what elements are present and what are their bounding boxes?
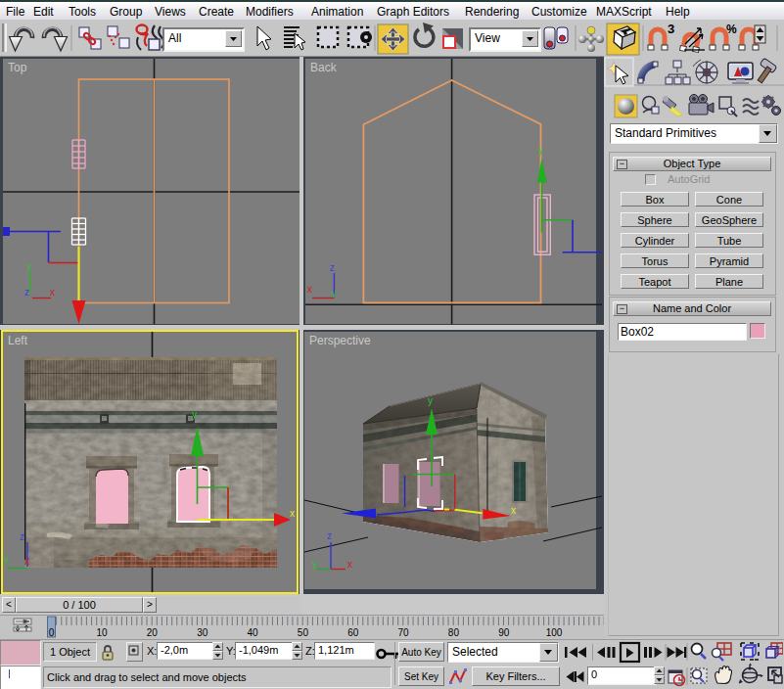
- svg-text:x: x: [290, 508, 295, 519]
- svg-text:y: y: [26, 261, 31, 272]
- svg-text:y: y: [331, 288, 336, 299]
- svg-text:40: 40: [247, 627, 258, 638]
- svg-text:z: z: [24, 287, 29, 298]
- svg-text:z: z: [330, 262, 335, 273]
- svg-text:20: 20: [147, 627, 159, 638]
- svg-text:%: %: [726, 23, 737, 36]
- svg-text:x: x: [24, 556, 29, 567]
- svg-text:y: y: [428, 395, 433, 406]
- svg-text:70: 70: [398, 627, 410, 638]
- svg-text:10: 10: [96, 627, 108, 638]
- svg-text:3: 3: [668, 22, 674, 36]
- svg-text:y: y: [4, 554, 9, 565]
- svg-text:80: 80: [448, 627, 460, 638]
- svg-text:y: y: [538, 145, 543, 156]
- svg-text:z: z: [20, 531, 24, 542]
- svg-text:30: 30: [197, 627, 208, 638]
- svg-text:y: y: [312, 559, 317, 570]
- svg-text:50: 50: [298, 627, 309, 638]
- svg-text:x: x: [50, 287, 55, 298]
- svg-text:y: y: [192, 409, 197, 420]
- svg-text:90: 90: [498, 627, 510, 638]
- svg-text:0: 0: [49, 627, 55, 638]
- svg-text:x: x: [511, 505, 516, 516]
- svg-text:x: x: [307, 284, 312, 295]
- svg-text:x: x: [347, 559, 352, 570]
- svg-text:100: 100: [546, 627, 563, 638]
- svg-text:60: 60: [347, 627, 359, 638]
- svg-text:z: z: [327, 530, 332, 541]
